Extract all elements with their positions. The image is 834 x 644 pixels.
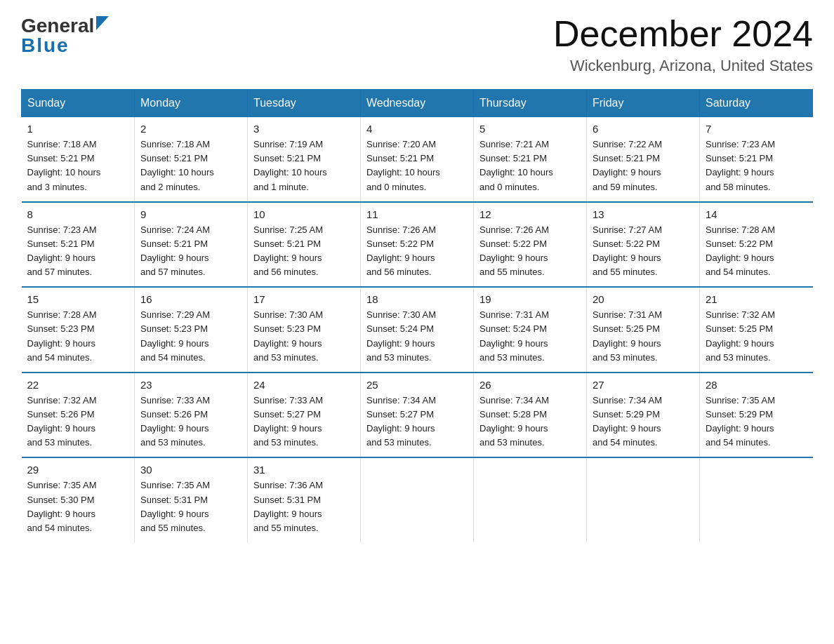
col-header-sunday: Sunday <box>22 90 135 117</box>
calendar-week-row: 22Sunrise: 7:32 AMSunset: 5:26 PMDayligh… <box>22 373 813 458</box>
calendar-cell: 4Sunrise: 7:20 AMSunset: 5:21 PMDaylight… <box>361 117 474 202</box>
day-number: 1 <box>27 123 129 135</box>
day-number: 7 <box>706 123 807 135</box>
calendar-cell: 20Sunrise: 7:31 AMSunset: 5:25 PMDayligh… <box>587 287 700 373</box>
calendar-header-row: SundayMondayTuesdayWednesdayThursdayFrid… <box>22 90 813 117</box>
calendar-cell: 27Sunrise: 7:34 AMSunset: 5:29 PMDayligh… <box>587 373 700 458</box>
day-detail: Sunrise: 7:32 AMSunset: 5:26 PMDaylight:… <box>27 394 129 450</box>
calendar-table: SundayMondayTuesdayWednesdayThursdayFrid… <box>21 89 813 542</box>
calendar-cell: 30Sunrise: 7:35 AMSunset: 5:31 PMDayligh… <box>135 457 248 542</box>
day-detail: Sunrise: 7:20 AMSunset: 5:21 PMDaylight:… <box>366 137 468 194</box>
calendar-cell: 13Sunrise: 7:27 AMSunset: 5:22 PMDayligh… <box>587 202 700 288</box>
day-detail: Sunrise: 7:35 AMSunset: 5:29 PMDaylight:… <box>706 394 807 450</box>
title-area: December 2024 Wickenburg, Arizona, Unite… <box>553 14 813 75</box>
day-number: 21 <box>706 293 807 305</box>
day-number: 5 <box>479 123 581 135</box>
day-detail: Sunrise: 7:22 AMSunset: 5:21 PMDaylight:… <box>593 137 694 194</box>
day-detail: Sunrise: 7:26 AMSunset: 5:22 PMDaylight:… <box>479 223 581 280</box>
col-header-wednesday: Wednesday <box>361 90 474 117</box>
day-detail: Sunrise: 7:28 AMSunset: 5:23 PMDaylight:… <box>27 308 129 365</box>
day-detail: Sunrise: 7:30 AMSunset: 5:23 PMDaylight:… <box>253 308 355 365</box>
col-header-thursday: Thursday <box>474 90 587 117</box>
day-number: 19 <box>479 293 581 305</box>
day-number: 3 <box>253 123 355 135</box>
day-number: 25 <box>366 379 468 391</box>
logo-blue-text: Blue <box>21 34 109 58</box>
day-detail: Sunrise: 7:24 AMSunset: 5:21 PMDaylight:… <box>140 223 241 280</box>
day-detail: Sunrise: 7:25 AMSunset: 5:21 PMDaylight:… <box>253 223 355 280</box>
day-detail: Sunrise: 7:31 AMSunset: 5:25 PMDaylight:… <box>593 308 694 365</box>
day-number: 2 <box>140 123 241 135</box>
day-detail: Sunrise: 7:35 AMSunset: 5:30 PMDaylight:… <box>27 478 129 535</box>
day-detail: Sunrise: 7:35 AMSunset: 5:31 PMDaylight:… <box>140 478 241 535</box>
calendar-cell: 28Sunrise: 7:35 AMSunset: 5:29 PMDayligh… <box>700 373 813 458</box>
calendar-cell: 23Sunrise: 7:33 AMSunset: 5:26 PMDayligh… <box>135 373 248 458</box>
day-detail: Sunrise: 7:34 AMSunset: 5:27 PMDaylight:… <box>366 394 468 450</box>
day-number: 12 <box>479 208 581 220</box>
calendar-cell: 24Sunrise: 7:33 AMSunset: 5:27 PMDayligh… <box>248 373 361 458</box>
day-detail: Sunrise: 7:34 AMSunset: 5:28 PMDaylight:… <box>479 394 581 450</box>
calendar-week-row: 15Sunrise: 7:28 AMSunset: 5:23 PMDayligh… <box>22 287 813 373</box>
calendar-cell: 25Sunrise: 7:34 AMSunset: 5:27 PMDayligh… <box>361 373 474 458</box>
calendar-cell: 9Sunrise: 7:24 AMSunset: 5:21 PMDaylight… <box>135 202 248 288</box>
calendar-cell: 12Sunrise: 7:26 AMSunset: 5:22 PMDayligh… <box>474 202 587 288</box>
calendar-cell: 3Sunrise: 7:19 AMSunset: 5:21 PMDaylight… <box>248 117 361 202</box>
day-number: 17 <box>253 293 355 305</box>
day-number: 30 <box>140 464 241 476</box>
day-number: 22 <box>27 379 129 391</box>
calendar-cell: 31Sunrise: 7:36 AMSunset: 5:31 PMDayligh… <box>248 457 361 542</box>
location-subtitle: Wickenburg, Arizona, United States <box>553 57 813 75</box>
day-detail: Sunrise: 7:28 AMSunset: 5:22 PMDaylight:… <box>706 223 807 280</box>
col-header-saturday: Saturday <box>700 90 813 117</box>
calendar-cell: 18Sunrise: 7:30 AMSunset: 5:24 PMDayligh… <box>361 287 474 373</box>
calendar-week-row: 29Sunrise: 7:35 AMSunset: 5:30 PMDayligh… <box>22 457 813 542</box>
calendar-cell <box>361 457 474 542</box>
day-number: 11 <box>366 208 468 220</box>
day-number: 13 <box>593 208 694 220</box>
day-number: 23 <box>140 379 241 391</box>
day-detail: Sunrise: 7:32 AMSunset: 5:25 PMDaylight:… <box>706 308 807 365</box>
calendar-cell: 21Sunrise: 7:32 AMSunset: 5:25 PMDayligh… <box>700 287 813 373</box>
day-number: 28 <box>706 379 807 391</box>
day-number: 27 <box>593 379 694 391</box>
day-number: 14 <box>706 208 807 220</box>
calendar-cell: 6Sunrise: 7:22 AMSunset: 5:21 PMDaylight… <box>587 117 700 202</box>
day-number: 18 <box>366 293 468 305</box>
day-number: 24 <box>253 379 355 391</box>
calendar-cell: 19Sunrise: 7:31 AMSunset: 5:24 PMDayligh… <box>474 287 587 373</box>
day-number: 10 <box>253 208 355 220</box>
day-number: 29 <box>27 464 129 476</box>
calendar-cell: 8Sunrise: 7:23 AMSunset: 5:21 PMDaylight… <box>22 202 135 288</box>
logo: General Blue <box>21 14 109 57</box>
calendar-cell: 7Sunrise: 7:23 AMSunset: 5:21 PMDaylight… <box>700 117 813 202</box>
calendar-cell: 16Sunrise: 7:29 AMSunset: 5:23 PMDayligh… <box>135 287 248 373</box>
day-number: 9 <box>140 208 241 220</box>
day-detail: Sunrise: 7:34 AMSunset: 5:29 PMDaylight:… <box>593 394 694 450</box>
day-number: 16 <box>140 293 241 305</box>
day-detail: Sunrise: 7:27 AMSunset: 5:22 PMDaylight:… <box>593 223 694 280</box>
day-detail: Sunrise: 7:33 AMSunset: 5:26 PMDaylight:… <box>140 394 241 450</box>
day-detail: Sunrise: 7:26 AMSunset: 5:22 PMDaylight:… <box>366 223 468 280</box>
calendar-cell: 29Sunrise: 7:35 AMSunset: 5:30 PMDayligh… <box>22 457 135 542</box>
calendar-cell: 10Sunrise: 7:25 AMSunset: 5:21 PMDayligh… <box>248 202 361 288</box>
day-number: 20 <box>593 293 694 305</box>
day-number: 15 <box>27 293 129 305</box>
day-detail: Sunrise: 7:36 AMSunset: 5:31 PMDaylight:… <box>253 478 355 535</box>
day-detail: Sunrise: 7:31 AMSunset: 5:24 PMDaylight:… <box>479 308 581 365</box>
calendar-week-row: 8Sunrise: 7:23 AMSunset: 5:21 PMDaylight… <box>22 202 813 288</box>
day-detail: Sunrise: 7:23 AMSunset: 5:21 PMDaylight:… <box>706 137 807 194</box>
day-number: 4 <box>366 123 468 135</box>
calendar-cell: 5Sunrise: 7:21 AMSunset: 5:21 PMDaylight… <box>474 117 587 202</box>
day-number: 26 <box>479 379 581 391</box>
calendar-cell: 17Sunrise: 7:30 AMSunset: 5:23 PMDayligh… <box>248 287 361 373</box>
calendar-cell <box>700 457 813 542</box>
calendar-cell: 26Sunrise: 7:34 AMSunset: 5:28 PMDayligh… <box>474 373 587 458</box>
page-header: General Blue December 2024 Wickenburg, A… <box>21 14 813 75</box>
calendar-cell: 15Sunrise: 7:28 AMSunset: 5:23 PMDayligh… <box>22 287 135 373</box>
day-detail: Sunrise: 7:19 AMSunset: 5:21 PMDaylight:… <box>253 137 355 194</box>
day-number: 8 <box>27 208 129 220</box>
day-number: 31 <box>253 464 355 476</box>
calendar-cell <box>587 457 700 542</box>
day-detail: Sunrise: 7:18 AMSunset: 5:21 PMDaylight:… <box>27 137 129 194</box>
day-detail: Sunrise: 7:30 AMSunset: 5:24 PMDaylight:… <box>366 308 468 365</box>
